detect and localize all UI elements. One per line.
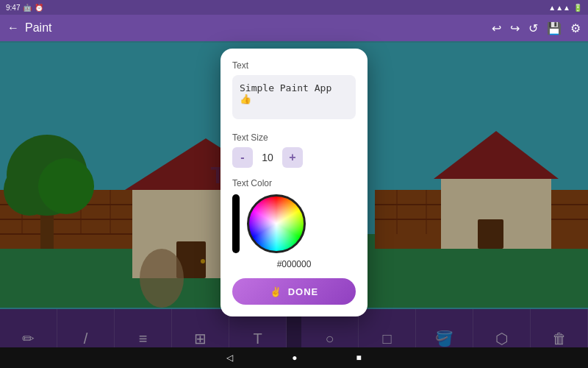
undo-button[interactable]: ↩ (492, 21, 501, 35)
text-size-row: - 10 + (232, 147, 356, 168)
status-bar: 9:47 🤖 ⏰ ▲▲▲ 🔋 (0, 0, 588, 15)
size-value: 10 (259, 152, 276, 163)
color-wheel[interactable] (247, 194, 306, 253)
android-icon: 🤖 (23, 4, 32, 12)
refresh-button[interactable]: ↺ (528, 21, 538, 35)
recent-nav-button[interactable]: ■ (356, 353, 362, 363)
redo-button[interactable]: ↪ (510, 21, 520, 35)
app-title: Paint (25, 21, 492, 35)
status-bar-right: ▲▲▲ 🔋 (548, 4, 582, 12)
settings-button[interactable]: ⚙ (570, 21, 581, 35)
battery-icon: 🔋 (573, 4, 582, 12)
increment-size-button[interactable]: + (282, 147, 303, 168)
done-icon: ✌ (270, 286, 282, 297)
wifi-icon: ▲▲▲ (548, 4, 570, 12)
top-bar-actions: ↩ ↪ ↺ 💾 ⚙ (492, 21, 581, 35)
android-nav: ◁ ● ■ (0, 347, 588, 368)
text-input[interactable] (232, 75, 356, 119)
text-size-label: Text Size (232, 132, 356, 143)
color-hex-value: #000000 (232, 259, 356, 269)
decrement-size-button[interactable]: - (232, 147, 253, 168)
done-button[interactable]: ✌ DONE (232, 278, 356, 305)
back-button[interactable]: ← (7, 21, 19, 35)
text-section-label: Text (232, 60, 356, 71)
color-picker-row (232, 194, 356, 253)
text-color-label: Text Color (232, 178, 356, 188)
save-button[interactable]: 💾 (547, 21, 562, 35)
back-nav-button[interactable]: ◁ (226, 353, 233, 363)
modal-overlay: Text Text Size - 10 + Text Color #000000… (0, 41, 588, 347)
home-nav-button[interactable]: ● (292, 353, 297, 363)
status-time: 9:47 (6, 4, 20, 12)
color-bar (232, 194, 240, 253)
done-label: DONE (288, 286, 319, 297)
status-bar-left: 9:47 🤖 ⏰ (6, 4, 43, 12)
top-bar: ← Paint ↩ ↪ ↺ 💾 ⚙ (0, 15, 588, 41)
alarm-icon: ⏰ (35, 4, 43, 12)
dialog-card: Text Text Size - 10 + Text Color #000000… (220, 49, 368, 316)
